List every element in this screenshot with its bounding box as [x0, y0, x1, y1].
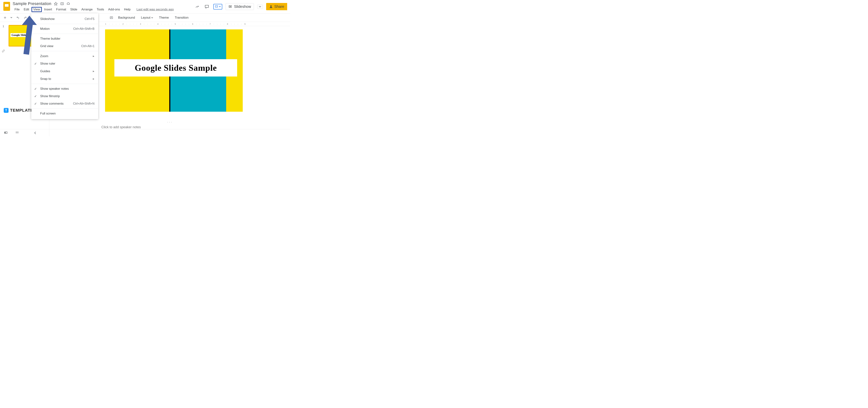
- slide-canvas[interactable]: Google Slides Sample: [105, 29, 243, 112]
- menu-show-ruler[interactable]: ✓Show ruler: [31, 60, 98, 67]
- menu-arrange[interactable]: Arrange: [80, 7, 94, 12]
- slideshow-label: Slideshow: [234, 4, 251, 9]
- menu-grid-view[interactable]: Grid viewCtrl+Alt+1: [31, 42, 98, 50]
- menu-bar: File Edit View Insert Format Slide Arran…: [13, 7, 194, 12]
- menu-full-screen[interactable]: Full screen: [31, 110, 98, 117]
- menu-theme-builder[interactable]: Theme builder: [31, 35, 98, 42]
- layout-button[interactable]: Layout: [138, 15, 156, 20]
- new-slide-button[interactable]: [2, 15, 8, 20]
- menu-guides[interactable]: Guides▸: [31, 67, 98, 75]
- theme-button[interactable]: Theme: [156, 15, 172, 20]
- transition-button[interactable]: Transition: [172, 15, 191, 20]
- menu-slideshow[interactable]: SlideshowCtrl+F5: [31, 15, 98, 23]
- menu-insert[interactable]: Insert: [42, 7, 54, 12]
- menu-view[interactable]: View: [31, 7, 42, 12]
- slides-logo[interactable]: [3, 2, 11, 12]
- title-area: Sample Presentation File Edit View Inser…: [13, 1, 194, 12]
- slide-title-text[interactable]: Google Slides Sample: [114, 59, 237, 77]
- slideshow-button[interactable]: Slideshow: [226, 3, 254, 10]
- menu-help[interactable]: Help: [122, 7, 132, 12]
- present-button[interactable]: [213, 4, 222, 9]
- menu-show-speaker-notes[interactable]: ✓Show speaker notes: [31, 85, 98, 92]
- star-icon[interactable]: [54, 2, 58, 6]
- svg-point-10: [18, 132, 19, 132]
- svg-marker-0: [54, 2, 58, 5]
- speaker-notes-placeholder[interactable]: Click to add speaker notes: [101, 125, 141, 129]
- slide-number: 1: [3, 25, 4, 28]
- header-actions: Slideshow Share: [194, 3, 288, 10]
- trend-icon[interactable]: [194, 3, 200, 10]
- filmstrip-view-icon[interactable]: [4, 131, 8, 135]
- redo-button[interactable]: [22, 16, 29, 20]
- share-button[interactable]: Share: [266, 3, 287, 10]
- move-icon[interactable]: [60, 2, 64, 6]
- svg-point-3: [270, 5, 272, 7]
- thumb-title: Google Slides: [10, 33, 29, 37]
- menu-show-filmstrip[interactable]: ✓Show filmstrip: [31, 92, 98, 100]
- share-label: Share: [274, 4, 284, 9]
- menu-motion[interactable]: MotionCtrl+Alt+Shift+B: [31, 25, 98, 33]
- link-icon[interactable]: [2, 50, 5, 53]
- menu-show-comments[interactable]: ✓Show commentsCtrl+Alt+Shift+N: [31, 100, 98, 108]
- cloud-icon[interactable]: [67, 2, 70, 6]
- textbox-icon[interactable]: [108, 15, 115, 20]
- bottom-bar: [0, 129, 290, 136]
- collapse-icon[interactable]: [34, 132, 36, 135]
- svg-point-12: [17, 133, 18, 133]
- document-title[interactable]: Sample Presentation: [13, 1, 51, 6]
- comments-icon[interactable]: [204, 3, 210, 10]
- last-edit-link[interactable]: Last edit was seconds ago: [136, 8, 174, 11]
- notes-resize-handle[interactable]: • • •: [167, 121, 172, 123]
- menu-format[interactable]: Format: [54, 7, 68, 12]
- svg-point-13: [18, 133, 19, 133]
- menu-snap-to[interactable]: Snap to▸: [31, 75, 98, 83]
- svg-rect-7: [6, 132, 7, 134]
- svg-rect-6: [4, 133, 5, 134]
- header-bar: Sample Presentation File Edit View Inser…: [0, 0, 290, 13]
- view-dropdown-menu: SlideshowCtrl+F5 MotionCtrl+Alt+Shift+B …: [31, 13, 98, 119]
- menu-tools[interactable]: Tools: [95, 7, 106, 12]
- slideshow-dropdown[interactable]: [257, 5, 263, 9]
- grid-view-icon[interactable]: [15, 131, 19, 135]
- menu-addons[interactable]: Add-ons: [106, 7, 122, 12]
- svg-point-9: [17, 132, 18, 132]
- background-button[interactable]: Background: [116, 15, 137, 20]
- menu-file[interactable]: File: [13, 7, 21, 12]
- svg-rect-5: [4, 132, 5, 133]
- svg-point-11: [16, 133, 17, 133]
- undo-button[interactable]: [14, 16, 21, 20]
- menu-zoom[interactable]: Zoom▸: [31, 52, 98, 60]
- svg-point-8: [16, 132, 17, 132]
- menu-slide[interactable]: Slide: [68, 7, 79, 12]
- new-slide-dropdown[interactable]: [9, 16, 14, 19]
- watermark-badge: T: [4, 108, 8, 113]
- menu-edit[interactable]: Edit: [22, 7, 31, 12]
